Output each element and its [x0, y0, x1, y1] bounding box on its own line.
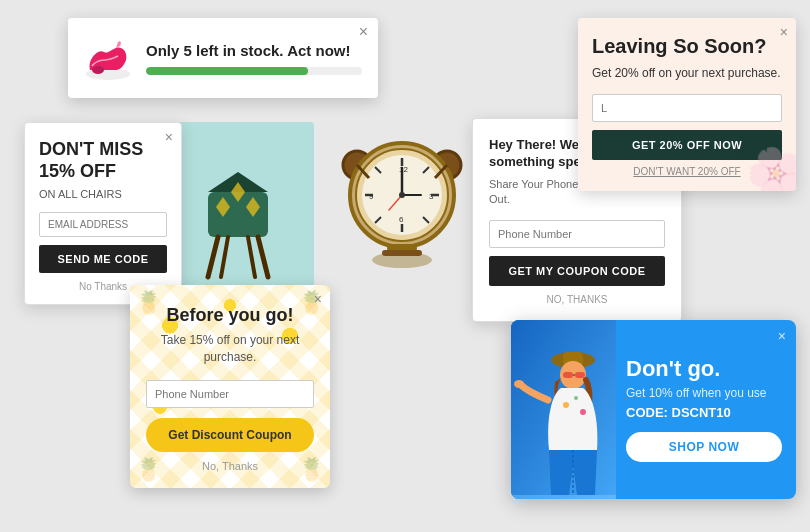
- svg-line-5: [208, 237, 218, 277]
- popup-leaving: × Leaving So Soon? Get 20% off on your n…: [578, 18, 796, 191]
- popup-beforego: 🍍 🍍 🍍 🍍 × Before you go! Take 15% off on…: [130, 285, 330, 488]
- stock-content: Only 5 left in stock. Act now!: [146, 42, 362, 75]
- beforego-title: Before you go!: [146, 305, 314, 326]
- svg-point-46: [580, 409, 586, 415]
- shoe-image: [82, 32, 134, 84]
- svg-rect-32: [382, 250, 422, 256]
- dontgo-code: CODE: DSCNT10: [626, 405, 782, 420]
- leaving-title: Leaving So Soon?: [592, 34, 782, 58]
- popup-stock: Only 5 left in stock. Act now! ×: [68, 18, 378, 98]
- woman-image-side: [511, 320, 616, 499]
- miss-title: DON'T MISS 15% OFF: [39, 139, 167, 182]
- beforego-close-button[interactable]: ×: [314, 291, 322, 307]
- beforego-phone-input[interactable]: [146, 380, 314, 408]
- leaving-subtitle: Get 20% off on your next purchase.: [592, 64, 782, 82]
- beforego-subtitle: Take 15% off on your next purchase.: [146, 332, 314, 366]
- dontgo-content: Don't go. Get 10% off when you use CODE:…: [616, 320, 796, 499]
- miss-send-button[interactable]: SEND ME CODE: [39, 245, 167, 273]
- popup-miss: × DON'T MISS 15% OFF ON ALL CHAIRS SEND …: [24, 122, 182, 305]
- leaving-close-button[interactable]: ×: [780, 24, 788, 40]
- miss-subtitle: ON ALL CHAIRS: [39, 188, 167, 200]
- svg-point-44: [563, 402, 569, 408]
- leaving-email-input[interactable]: [592, 94, 782, 122]
- stock-close-button[interactable]: ×: [359, 24, 368, 40]
- svg-rect-41: [563, 372, 573, 378]
- dontgo-title: Don't go.: [626, 357, 782, 381]
- svg-text:3: 3: [429, 192, 434, 201]
- shoe-icon: [82, 32, 134, 84]
- popup-dontgo: Don't go. Get 10% off when you use CODE:…: [511, 320, 796, 499]
- progress-fill: [146, 67, 308, 75]
- progress-bar: [146, 67, 362, 75]
- svg-line-6: [258, 237, 268, 277]
- beforego-no-thanks[interactable]: No, Thanks: [146, 460, 314, 472]
- svg-text:6: 6: [399, 215, 404, 224]
- beforego-discount-button[interactable]: Get Discount Coupon: [146, 418, 314, 452]
- dontgo-shop-button[interactable]: SHOP NOW: [626, 432, 782, 462]
- clock-illustration: 12 6 9 3: [337, 120, 467, 280]
- svg-rect-42: [575, 372, 585, 378]
- dontgo-close-button[interactable]: ×: [778, 328, 786, 344]
- svg-point-47: [514, 380, 524, 388]
- phone-input[interactable]: [489, 220, 665, 248]
- phone-no-thanks[interactable]: NO, THANKS: [489, 294, 665, 305]
- miss-close-button[interactable]: ×: [165, 129, 173, 145]
- svg-line-8: [248, 237, 255, 277]
- leaving-get-button[interactable]: GET 20% OFF NOW: [592, 130, 782, 160]
- miss-email-input[interactable]: [39, 212, 167, 237]
- phone-coupon-button[interactable]: GET MY COUPON CODE: [489, 256, 665, 286]
- svg-text:12: 12: [399, 165, 408, 174]
- svg-text:9: 9: [369, 192, 374, 201]
- svg-point-45: [574, 396, 578, 400]
- svg-line-7: [221, 237, 228, 277]
- woman-illustration: [511, 320, 616, 495]
- chair-illustration: [193, 162, 283, 292]
- svg-point-30: [399, 192, 405, 198]
- stock-text: Only 5 left in stock. Act now!: [146, 42, 362, 59]
- dontgo-subtitle: Get 10% off when you use: [626, 385, 782, 402]
- leaving-dont-want[interactable]: DON'T WANT 20% OFF: [592, 166, 782, 177]
- svg-point-36: [92, 66, 104, 74]
- clock-image-area: 12 6 9 3: [322, 100, 482, 300]
